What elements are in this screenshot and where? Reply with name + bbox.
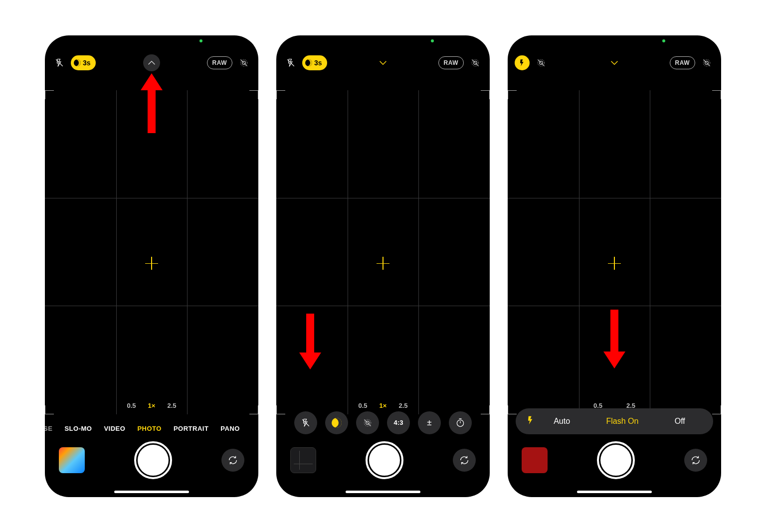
night-mode-icon xyxy=(305,59,312,66)
mode-item-active[interactable]: PHOTO xyxy=(137,425,162,432)
zoom-wide[interactable]: 0.5 xyxy=(359,402,368,409)
top-toolbar: 3s RAW xyxy=(45,45,258,80)
viewfinder[interactable]: 0.5 2.5 Auto Flash On Off xyxy=(508,80,721,497)
night-mode-timer: 3s xyxy=(83,59,91,67)
mode-item[interactable]: PANO xyxy=(220,425,240,432)
control-tray: 4:3 ± xyxy=(276,411,490,434)
last-photo-thumbnail[interactable] xyxy=(290,447,316,473)
live-photo-off-icon[interactable] xyxy=(534,55,549,70)
exposure-icon: ± xyxy=(427,418,431,428)
flash-on-icon[interactable] xyxy=(515,55,530,70)
camera-flip-button[interactable] xyxy=(453,449,476,472)
live-photo-off-icon xyxy=(363,418,373,428)
camera-flip-button[interactable] xyxy=(684,449,707,472)
tray-flash-button[interactable] xyxy=(294,411,317,434)
live-photo-off-icon[interactable] xyxy=(236,55,251,70)
live-photo-off-icon[interactable] xyxy=(699,55,714,70)
svg-line-18 xyxy=(703,59,710,66)
svg-line-7 xyxy=(472,59,478,66)
chevron-down-icon xyxy=(379,60,387,65)
live-photo-off-icon[interactable] xyxy=(468,55,483,70)
raw-button[interactable]: RAW xyxy=(438,56,464,69)
night-mode-icon xyxy=(332,418,342,428)
viewfinder[interactable]: 0.5 1× 2.5 4:3 ± xyxy=(276,80,490,497)
camera-flip-icon xyxy=(690,455,701,466)
zoom-wide[interactable]: 0.5 xyxy=(127,402,136,409)
shutter-button[interactable] xyxy=(134,441,172,479)
home-indicator[interactable] xyxy=(114,491,189,493)
camera-flip-icon xyxy=(459,455,470,466)
camera-screen-1: 3s RAW xyxy=(45,35,258,497)
night-mode-badge[interactable]: 3s xyxy=(302,55,327,70)
chevron-down-icon xyxy=(610,60,618,65)
zoom-main[interactable]: 1× xyxy=(380,402,387,409)
svg-line-15 xyxy=(538,59,544,66)
last-photo-thumbnail[interactable] xyxy=(522,447,548,473)
camera-flip-button[interactable] xyxy=(221,449,244,472)
privacy-indicator-icon xyxy=(662,39,665,42)
flash-off-icon xyxy=(301,418,310,427)
last-photo-thumbnail[interactable] xyxy=(59,447,85,473)
svg-line-11 xyxy=(364,419,371,426)
night-mode-timer: 3s xyxy=(314,59,322,67)
chevron-up-icon xyxy=(148,60,156,65)
tray-toggle-down[interactable] xyxy=(375,54,391,71)
home-indicator[interactable] xyxy=(346,491,420,493)
night-mode-icon xyxy=(74,59,81,66)
tray-live-photo-button[interactable] xyxy=(356,411,379,434)
tray-toggle-down[interactable] xyxy=(606,54,623,71)
night-mode-badge[interactable]: 3s xyxy=(71,55,96,70)
mode-item[interactable]: SLO-MO xyxy=(64,425,92,432)
shutter-button[interactable] xyxy=(366,441,403,479)
shutter-button[interactable] xyxy=(597,441,635,479)
camera-screen-3: RAW 0.5 2.5 xyxy=(508,35,721,497)
privacy-indicator-icon xyxy=(199,39,202,42)
zoom-tele[interactable]: 2.5 xyxy=(398,402,407,409)
svg-line-3 xyxy=(240,59,247,66)
svg-point-12 xyxy=(457,420,463,426)
raw-button[interactable]: RAW xyxy=(670,56,696,69)
flash-option-on[interactable]: Flash On xyxy=(606,417,638,426)
zoom-main[interactable]: 1× xyxy=(148,402,156,409)
flash-on-icon xyxy=(526,415,536,427)
camera-screen-2: 3s RAW xyxy=(276,35,490,497)
zoom-selector[interactable]: 0.5 1× 2.5 xyxy=(127,402,177,409)
flash-option-auto[interactable]: Auto xyxy=(554,417,570,426)
flash-off-icon[interactable] xyxy=(52,55,67,70)
flash-options-tray: Auto Flash On Off xyxy=(516,408,713,434)
timer-icon xyxy=(455,418,465,428)
home-indicator[interactable] xyxy=(577,491,652,493)
aspect-ratio-label: 4:3 xyxy=(394,419,403,426)
tray-night-button[interactable] xyxy=(325,411,348,434)
privacy-indicator-icon xyxy=(431,39,434,42)
top-toolbar: 3s RAW xyxy=(276,45,490,80)
top-toolbar: RAW xyxy=(508,45,721,80)
zoom-tele[interactable]: 2.5 xyxy=(167,402,176,409)
mode-item[interactable]: PORTRAIT xyxy=(174,425,208,432)
tray-timer-button[interactable] xyxy=(449,411,472,434)
tray-toggle-up[interactable] xyxy=(143,54,160,71)
mode-selector[interactable]: SE SLO-MO VIDEO PHOTO PORTRAIT PANO xyxy=(45,425,258,432)
flash-off-icon[interactable] xyxy=(283,55,298,70)
raw-button[interactable]: RAW xyxy=(207,56,233,69)
zoom-selector[interactable]: 0.5 1× 2.5 xyxy=(359,402,408,409)
mode-item[interactable]: VIDEO xyxy=(104,425,125,432)
flash-option-off[interactable]: Off xyxy=(675,417,685,426)
viewfinder[interactable]: 0.5 1× 2.5 SE SLO-MO VIDEO PHOTO PORTRAI… xyxy=(45,80,258,497)
tray-exposure-button[interactable]: ± xyxy=(418,411,441,434)
mode-item[interactable]: SE xyxy=(45,425,52,432)
camera-flip-icon xyxy=(227,455,238,466)
tray-aspect-button[interactable]: 4:3 xyxy=(387,411,410,434)
